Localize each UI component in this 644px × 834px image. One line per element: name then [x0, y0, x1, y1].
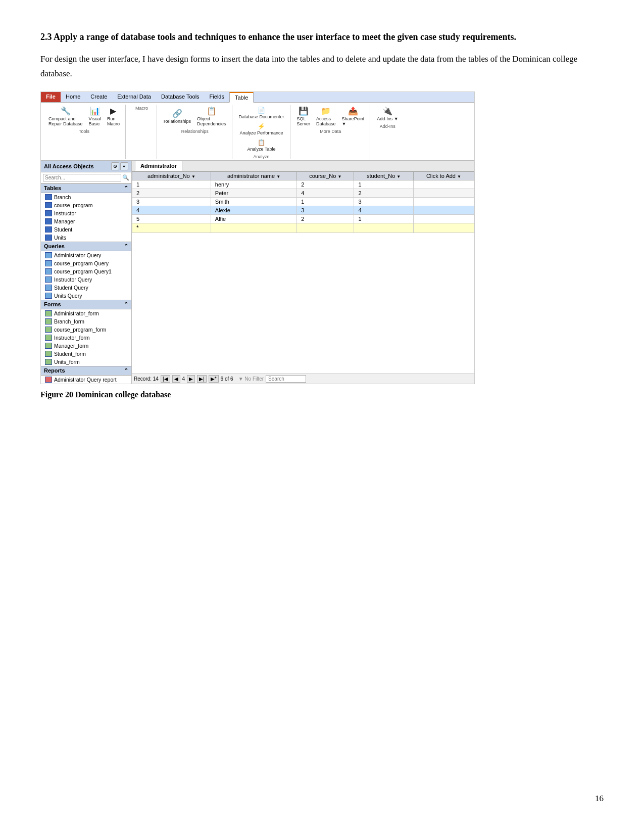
queries-section-header[interactable]: Queries ⌃: [41, 242, 131, 251]
nav-item-student-query[interactable]: Student Query: [41, 284, 131, 292]
nav-search-btn[interactable]: ⊙: [111, 162, 119, 170]
run-macro-btn[interactable]: ▶ RunMacro: [105, 105, 122, 128]
units-form-icon: [45, 359, 52, 365]
tab-file[interactable]: File: [41, 92, 61, 102]
tables-section-header[interactable]: Tables ⌃: [41, 183, 131, 193]
instructor-table-icon: [45, 210, 52, 216]
reports-section-header[interactable]: Reports ⌃: [41, 366, 131, 376]
record-search-input[interactable]: [266, 375, 306, 383]
nav-item-administrator-report[interactable]: Administrator Query report: [41, 376, 131, 384]
table-new-row[interactable]: *: [132, 223, 474, 233]
student-form-icon: [45, 351, 52, 357]
cell-click-to-add: [413, 206, 474, 214]
tools-group-label: Tools: [79, 129, 89, 134]
cell-click-to-add: [413, 189, 474, 197]
analyze-table-btn[interactable]: 📋 Analyze Table: [245, 137, 278, 153]
forms-section-header[interactable]: Forms ⌃: [41, 300, 131, 309]
navigation-pane: All Access Objects ⊙ « 🔍 Tables ⌃ Branch: [41, 161, 132, 384]
nav-item-manager[interactable]: Manager: [41, 217, 131, 225]
nav-item-units-query[interactable]: Units Query: [41, 292, 131, 300]
add-ins-btn[interactable]: 🔌 Add-Ins ▼: [374, 105, 401, 123]
units-table-icon: [45, 235, 52, 241]
nav-item-instructor-query[interactable]: Instructor Query: [41, 275, 131, 284]
course-no-sort-icon: ▼: [337, 174, 341, 179]
nav-item-course-program[interactable]: course_program: [41, 201, 131, 209]
sql-server-btn[interactable]: 💾 SQLServer: [294, 105, 313, 128]
ribbon-group-more-data: 💾 SQLServer 📁 AccessDatabase 📤 SharePoin…: [291, 105, 371, 159]
tab-home[interactable]: Home: [61, 92, 85, 102]
nav-item-administrator-query[interactable]: Administrator Query: [41, 251, 131, 259]
sharepoint-label: SharePoint▼: [342, 116, 365, 126]
visual-basic-btn[interactable]: 📊 VisualBasic: [86, 105, 104, 128]
cell-course-no: 1: [297, 197, 354, 206]
record-first-btn[interactable]: |◀: [161, 375, 170, 383]
nav-item-manager-form[interactable]: Manager_form: [41, 342, 131, 350]
record-next-btn[interactable]: ▶: [187, 375, 195, 383]
col-student-no[interactable]: student_No ▼: [354, 171, 414, 180]
table-row[interactable]: 5 Alfie 2 1: [132, 214, 474, 223]
nav-pane-header[interactable]: All Access Objects ⊙ «: [41, 161, 131, 172]
ribbon: File Home Create External Data Database …: [41, 92, 474, 161]
search-icon[interactable]: 🔍: [122, 174, 129, 181]
tab-external-data[interactable]: External Data: [112, 92, 156, 102]
tab-fields[interactable]: Fields: [205, 92, 229, 102]
record-new-btn[interactable]: ▶*: [209, 375, 219, 383]
nav-item-course-program-query[interactable]: course_program Query: [41, 259, 131, 267]
cell-admin-no: 4: [132, 206, 211, 214]
col-course-no[interactable]: course_No ▼: [297, 171, 354, 180]
nav-item-instructor[interactable]: Instructor: [41, 209, 131, 217]
nav-item-branch[interactable]: Branch: [41, 193, 131, 201]
col-admin-name-label: administrator name: [227, 173, 275, 179]
col-admin-name[interactable]: administrator name ▼: [211, 171, 296, 180]
col-admin-no[interactable]: administrator_No ▼: [132, 171, 211, 180]
compact-repair-btn[interactable]: 🔧 Compact andRepair Database: [46, 105, 85, 128]
status-bar: Record: 14 |◀ ◀ 4 ▶ ▶| ▶* 6 of 6 ▼ No Fi…: [132, 374, 474, 384]
sql-server-icon: 💾: [298, 106, 310, 116]
relationships-btn-row: 🔗 Relationships 📋 ObjectDependencies: [161, 105, 229, 128]
nav-search-input[interactable]: [43, 174, 121, 181]
tab-table[interactable]: Table: [229, 92, 254, 103]
nav-item-branch-form[interactable]: Branch_form: [41, 317, 131, 326]
col-click-to-add[interactable]: Click to Add ▼: [413, 171, 474, 180]
record-prev-btn[interactable]: ◀: [172, 375, 180, 383]
analyze-performance-btn[interactable]: ⚡ Analyze Performance: [237, 121, 286, 137]
sharepoint-btn[interactable]: 📤 SharePoint▼: [339, 105, 367, 128]
macro-group-label: Macro: [135, 106, 148, 111]
cell-student-no: 1: [354, 180, 414, 189]
cell-admin-name: Alfie: [211, 214, 296, 223]
nav-item-course-program-query1[interactable]: course_program Query1: [41, 267, 131, 275]
database-documenter-btn[interactable]: 📄 Database Documenter: [236, 105, 287, 121]
nav-item-course-program-form[interactable]: course_program_form: [41, 326, 131, 334]
nav-item-units-form[interactable]: Units_form: [41, 358, 131, 366]
object-dependencies-btn[interactable]: 📋 ObjectDependencies: [194, 105, 229, 128]
tab-database-tools[interactable]: Database Tools: [156, 92, 205, 102]
access-database-btn[interactable]: 📁 AccessDatabase: [314, 105, 338, 128]
table-row[interactable]: 3 Smith 1 3: [132, 197, 474, 206]
nav-item-instructor-form[interactable]: Instructor_form: [41, 334, 131, 342]
tables-section-label: Tables: [44, 185, 61, 191]
relationships-btn[interactable]: 🔗 Relationships: [161, 107, 193, 125]
table-row[interactable]: 1 henry 2 1: [132, 180, 474, 189]
document-tabs: Administrator: [132, 161, 474, 171]
filter-dropdown[interactable]: ▼ No Filter: [238, 376, 264, 382]
table-row-selected[interactable]: 4 Alexie 3 4: [132, 206, 474, 214]
record-last-btn[interactable]: ▶|: [197, 375, 207, 383]
cell-admin-name: Smith: [211, 197, 296, 206]
analyze-btn-row: 📄 Database Documenter: [236, 105, 287, 121]
nav-item-administrator-form[interactable]: Administrator_form: [41, 309, 131, 317]
body-text: For design the user interface, I have de…: [40, 52, 604, 81]
nav-item-student[interactable]: Student: [41, 225, 131, 234]
table-row[interactable]: 2 Peter 4 2: [132, 189, 474, 197]
nav-item-student-form[interactable]: Student_form: [41, 350, 131, 358]
more-data-btn-row: 💾 SQLServer 📁 AccessDatabase 📤 SharePoin…: [294, 105, 367, 128]
cell-empty: [211, 223, 296, 233]
page-number: 16: [595, 794, 604, 804]
col-click-to-add-label: Click to Add: [426, 173, 456, 179]
cell-click-to-add: [413, 214, 474, 223]
nav-item-units[interactable]: Units: [41, 234, 131, 242]
nav-collapse-btn[interactable]: «: [120, 162, 128, 170]
course-program-table-icon: [45, 202, 52, 208]
tab-create[interactable]: Create: [85, 92, 112, 102]
object-dependencies-label: ObjectDependencies: [197, 116, 226, 126]
administrator-tab[interactable]: Administrator: [135, 161, 182, 171]
